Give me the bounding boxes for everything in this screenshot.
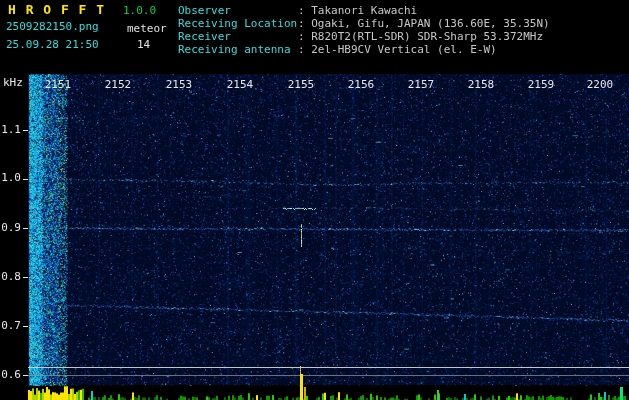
info-label: Receiver [178,31,298,42]
x-tick-label: 2156 [348,79,375,90]
info-value: : Ogaki, Gifu, JAPAN (136.60E, 35.35N) [298,18,550,29]
y-tick-label: 0.7 [0,320,21,331]
y-tick-label: 1.1 [0,124,21,135]
echo-count: 14 [137,39,150,50]
info-row-receiver: Receiver : R820T2(RTL-SDR) SDR-Sharp 53.… [178,31,543,42]
info-label: Receiving Location [178,18,298,29]
info-row-antenna: Receiving antenna : 2el-HB9CV Vertical (… [178,44,497,55]
mode-label: meteor [127,23,167,34]
info-label: Observer [178,5,298,16]
app-title: H R O F F T [8,3,105,16]
y-axis-unit-label: kHz [3,77,23,88]
y-tick-label: 0.8 [0,271,21,282]
app-version: 1.0.0 [123,5,156,16]
x-tick-label: 2157 [408,79,435,90]
y-tick-label: 1.0 [0,172,21,183]
info-value: : Takanori Kawachi [298,5,417,16]
info-label: Receiving antenna [178,44,298,55]
start-time: 25.09.28 21:50 [6,39,99,50]
x-tick-label: 2158 [468,79,495,90]
x-tick-label: 2153 [166,79,193,90]
x-tick-label: 2151 [45,79,72,90]
info-value: : R820T2(RTL-SDR) SDR-Sharp 53.372MHz [298,31,543,42]
y-tick-label: 0.9 [0,222,21,233]
x-tick-label: 2152 [105,79,132,90]
info-row-observer: Observer : Takanori Kawachi [178,5,417,16]
output-filename: 2509282150.png [6,21,99,32]
x-tick-label: 2159 [528,79,555,90]
spectrogram-canvas [0,0,629,400]
x-tick-label: 2155 [288,79,315,90]
info-value: : 2el-HB9CV Vertical (el. E-W) [298,44,497,55]
y-tick-label: 0.6 [0,369,21,380]
x-tick-label: 2154 [227,79,254,90]
info-row-location: Receiving Location : Ogaki, Gifu, JAPAN … [178,18,550,29]
x-tick-label: 2200 [587,79,614,90]
hrofft-output: H R O F F T 1.0.0 2509282150.png meteor … [0,0,629,400]
